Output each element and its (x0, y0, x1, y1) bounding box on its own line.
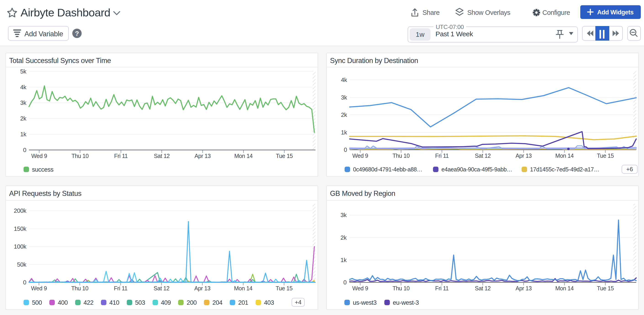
svg-text:2k: 2k (340, 234, 347, 241)
svg-text:0: 0 (23, 147, 26, 153)
svg-text:Thu 10: Thu 10 (392, 285, 410, 292)
svg-text:Mon 14: Mon 14 (234, 285, 252, 292)
svg-text:Tue 15: Tue 15 (276, 285, 292, 292)
svg-text:Apr 13: Apr 13 (516, 152, 532, 159)
svg-text:Mon 14: Mon 14 (556, 285, 574, 292)
svg-text:100k: 100k (14, 243, 27, 250)
svg-text:?: ? (75, 30, 79, 37)
svg-text:Mon 14: Mon 14 (234, 153, 253, 159)
svg-text:0: 0 (344, 146, 347, 153)
svg-text:1k: 1k (20, 131, 27, 138)
svg-text:Fri 11: Fri 11 (114, 153, 128, 159)
svg-text:Sat 12: Sat 12 (154, 285, 170, 292)
svg-text:200k: 200k (14, 207, 27, 214)
svg-text:0: 0 (344, 279, 347, 286)
svg-text:Apr 13: Apr 13 (194, 285, 210, 292)
svg-text:Apr 13: Apr 13 (194, 153, 211, 159)
svg-text:Wed 9: Wed 9 (352, 152, 368, 159)
svg-text:4k: 4k (20, 84, 27, 91)
svg-text:Apr 13: Apr 13 (516, 285, 532, 292)
svg-text:150k: 150k (14, 225, 27, 232)
svg-text:Tue 15: Tue 15 (597, 285, 614, 292)
svg-text:Tue 15: Tue 15 (276, 153, 293, 159)
svg-text:Fri 11: Fri 11 (435, 152, 449, 159)
svg-text:Thu 10: Thu 10 (72, 153, 88, 159)
svg-text:Thu 10: Thu 10 (392, 152, 410, 159)
svg-text:Sat 12: Sat 12 (475, 285, 490, 292)
svg-text:5k: 5k (20, 68, 27, 75)
svg-text:Sat 12: Sat 12 (154, 153, 170, 159)
svg-text:2k: 2k (20, 115, 27, 122)
svg-text:Wed 9: Wed 9 (31, 285, 47, 292)
svg-text:3k: 3k (340, 212, 347, 218)
svg-text:1k: 1k (341, 129, 347, 136)
svg-text:2k: 2k (341, 111, 347, 118)
svg-text:Thu 10: Thu 10 (71, 285, 88, 292)
svg-text:Tue 15: Tue 15 (597, 152, 614, 159)
svg-text:1k: 1k (340, 257, 347, 263)
svg-text:Fri 11: Fri 11 (114, 285, 128, 292)
svg-text:3k: 3k (20, 99, 27, 106)
svg-text:Wed 9: Wed 9 (31, 153, 47, 159)
svg-text:3k: 3k (341, 94, 347, 101)
svg-text:Mon 14: Mon 14 (556, 152, 574, 159)
svg-text:Fri 11: Fri 11 (435, 285, 448, 292)
svg-text:Wed 9: Wed 9 (352, 285, 368, 292)
svg-text:4k: 4k (341, 76, 347, 83)
svg-text:50k: 50k (17, 261, 27, 268)
svg-text:0: 0 (23, 279, 26, 286)
svg-text:Sat 12: Sat 12 (475, 152, 490, 159)
